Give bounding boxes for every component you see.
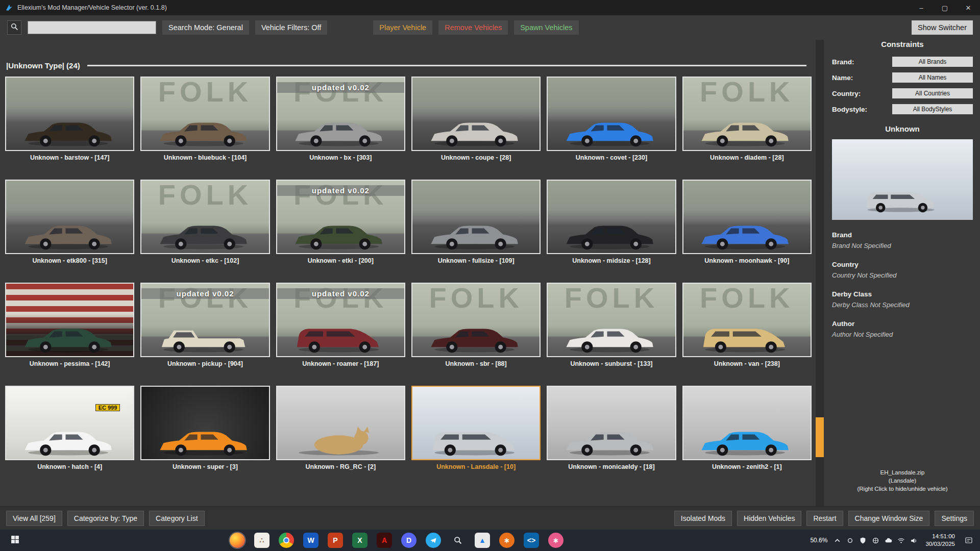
vehicle-card-label: Unknown - super - [3] — [140, 463, 270, 470]
vehicle-image — [559, 112, 664, 147]
vehicle-card-fullsize[interactable]: Unknown - fullsize - [109] — [411, 180, 541, 264]
vertical-scrollbar[interactable] — [816, 40, 824, 506]
vehicle-grid: Unknown - barstow - [147] FOLK Unknown -… — [5, 77, 812, 470]
vehicle-card-diadem[interactable]: FOLK Unknown - diadem - [28] — [682, 77, 812, 161]
vehicle-card-pessima[interactable]: Unknown - pessima - [142] — [5, 283, 134, 367]
vehicle-card-rg-rc[interactable]: Unknown - RG_RC - [2] — [276, 386, 405, 470]
photos-icon[interactable]: ▲ — [475, 533, 490, 548]
chrome-icon[interactable] — [279, 533, 294, 548]
vehicle-card-covet[interactable]: Unknown - covet - [230] — [547, 77, 676, 161]
search-input[interactable] — [28, 21, 156, 34]
isolated-mods-button[interactable]: Isolated Mods — [674, 511, 732, 526]
pink-dots-app-icon[interactable]: ∗ — [548, 533, 564, 548]
vehicle-card-bx[interactable]: FOLKupdated v0.02 Unknown - bx - [303] — [276, 77, 405, 161]
hidden-vehicles-button[interactable]: Hidden Vehicles — [737, 511, 801, 526]
clock[interactable]: 14:51:00 30/03/2025 — [925, 533, 955, 548]
vehicle-image — [17, 112, 121, 147]
cloud-icon[interactable] — [884, 536, 892, 544]
vehicle-card-super[interactable]: Unknown - super - [3] — [140, 386, 270, 470]
all-brands-button[interactable]: All Brands — [892, 57, 973, 67]
chevron-up-icon[interactable] — [833, 536, 841, 544]
vehicle-image — [288, 318, 393, 353]
status-dot-icon[interactable] — [846, 536, 854, 544]
selected-vehicle-preview[interactable] — [832, 139, 973, 220]
category-list-button[interactable]: Category List — [149, 511, 204, 526]
vehicle-card-midsize[interactable]: Unknown - midsize - [128] — [547, 180, 676, 264]
wall-backdrop-text: FOLK — [683, 78, 811, 106]
vehicle-card-pickup[interactable]: FOLKupdated v0.02 Unknown - pickup - [90… — [140, 283, 270, 367]
taskbar: ∴WPXAD▲∗<>∗ 50.6% 14:51:00 30/03/2025 — [0, 530, 980, 551]
vehicle-card-etkc[interactable]: FOLK Unknown - etkc - [102] — [140, 180, 270, 264]
firefox-icon[interactable] — [230, 533, 245, 548]
action-center-icon[interactable] — [964, 535, 974, 545]
vehicle-card-van[interactable]: FOLK Unknown - van - [238] — [682, 283, 812, 367]
cpu-usage-label: 50.6% — [810, 537, 827, 544]
restart-button[interactable]: Restart — [806, 511, 843, 526]
start-button[interactable] — [4, 530, 26, 551]
section-divider — [87, 65, 806, 66]
view-all-259-button[interactable]: View All [259] — [6, 511, 62, 526]
vehicle-card-zenith2[interactable]: Unknown - zenith2 - [1] — [682, 386, 812, 470]
spawn-vehicles-button[interactable]: Spawn Vehicles — [514, 20, 578, 35]
vehicle-thumbnail — [411, 77, 541, 151]
volume-icon[interactable] — [910, 536, 918, 544]
vehicle-card-roamer[interactable]: FOLKupdated v0.02 Unknown - roamer - [18… — [276, 283, 405, 367]
all-countries-button[interactable]: All Countries — [892, 88, 973, 98]
vehicle-card-barstow[interactable]: Unknown - barstow - [147] — [5, 77, 134, 161]
constraint-label-brand: Brand: — [832, 58, 854, 66]
player-vehicle-button[interactable]: Player Vehicle — [373, 20, 432, 35]
shield-icon[interactable] — [859, 536, 867, 544]
updated-banner: updated v0.02 — [277, 288, 404, 299]
vehicle-thumbnail — [140, 386, 270, 460]
acrobat-icon[interactable]: A — [377, 533, 392, 548]
vehicle-filters-button[interactable]: Vehicle Filters: Off — [255, 20, 327, 35]
maximize-button[interactable]: ▢ — [933, 0, 957, 15]
vehicle-card-sunburst[interactable]: FOLK Unknown - sunburst - [133] — [547, 283, 676, 367]
word-icon[interactable]: W — [303, 533, 318, 548]
constraint-row: Name:All Names — [832, 72, 973, 83]
vehicle-card-etki[interactable]: FOLKupdated v0.02 Unknown - etki - [200] — [276, 180, 405, 264]
orange-dots-app-icon[interactable]: ∗ — [499, 533, 514, 548]
vehicle-card-sbr[interactable]: FOLK Unknown - sbr - [88] — [411, 283, 541, 367]
vehicle-thumbnail — [411, 180, 541, 254]
discord-icon[interactable]: D — [401, 533, 416, 548]
vehicle-card-label: Unknown - fullsize - [109] — [411, 257, 541, 264]
show-switcher-button[interactable]: Show Switcher — [912, 20, 973, 35]
all-bodystyles-button[interactable]: All BodyStyles — [892, 104, 973, 114]
updated-banner: updated v0.02 — [277, 82, 404, 93]
categorize-by-type-button[interactable]: Categorize by: Type — [67, 511, 144, 526]
powerpoint-icon[interactable]: P — [328, 533, 343, 548]
minimize-button[interactable]: – — [910, 0, 933, 15]
search-icon[interactable] — [450, 533, 465, 548]
vscode-icon[interactable]: <> — [524, 533, 539, 548]
remove-vehicles-button[interactable]: Remove Vehicles — [438, 20, 508, 35]
search-mode-button[interactable]: Search Mode: General — [162, 20, 249, 35]
vehicle-image — [153, 318, 257, 353]
wifi-icon[interactable] — [897, 536, 905, 544]
vehicle-card-hatch[interactable]: EC 999 Unknown - hatch - [4] — [5, 386, 134, 470]
constraint-label-bodystyle: Bodystyle: — [832, 106, 867, 113]
vehicle-image — [695, 215, 799, 250]
vehicle-card-coupe[interactable]: Unknown - coupe - [28] — [411, 77, 541, 161]
change-window-size-button[interactable]: Change Window Size — [848, 511, 930, 526]
paw-app-icon[interactable]: ∴ — [254, 533, 270, 548]
excel-icon[interactable]: X — [352, 533, 368, 548]
vehicle-card-etk800[interactable]: Unknown - etk800 - [315] — [5, 180, 134, 264]
search-icon-button[interactable] — [7, 20, 21, 35]
vehicle-image — [559, 421, 664, 456]
detail-value-author: Author Not Specified — [832, 331, 973, 338]
updated-banner: updated v0.02 — [141, 288, 268, 299]
vehicle-thumbnail — [547, 180, 676, 254]
vehicle-card-lansdale[interactable]: Unknown - Lansdale - [10] — [411, 386, 541, 470]
settings-button[interactable]: Settings — [935, 511, 974, 526]
vehicle-card-monicaeldy[interactable]: Unknown - monicaeldy - [18] — [547, 386, 676, 470]
close-button[interactable]: ✕ — [957, 0, 980, 15]
vehicle-card-bluebuck[interactable]: FOLK Unknown - bluebuck - [104] — [140, 77, 270, 161]
all-names-button[interactable]: All Names — [892, 72, 973, 83]
telegram-icon[interactable] — [426, 533, 441, 548]
globe-icon[interactable] — [871, 536, 879, 544]
vehicle-card-moonhawk[interactable]: Unknown - moonhawk - [90] — [682, 180, 812, 264]
tray-icons — [833, 536, 918, 544]
scrollbar-thumb[interactable] — [816, 417, 824, 457]
vehicle-card-label: Unknown - hatch - [4] — [5, 463, 134, 470]
